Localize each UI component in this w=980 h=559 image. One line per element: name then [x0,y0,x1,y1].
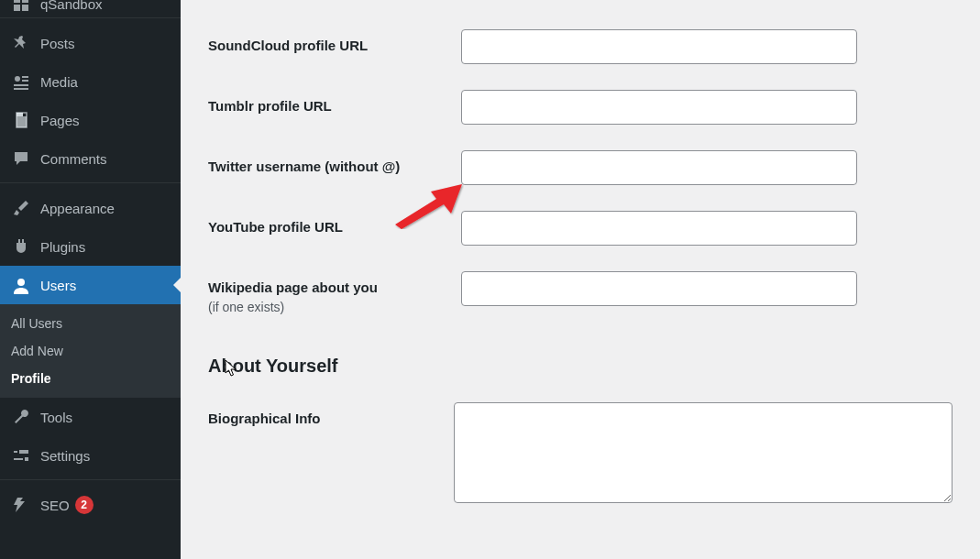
comment-icon [11,148,31,169]
sidebar-item-label: Posts [40,36,75,51]
seo-icon [11,495,31,515]
submenu-label: All Users [11,316,62,331]
dashboard-icon [11,0,31,13]
sidebar-item-comments[interactable]: Comments [0,139,181,178]
sidebar-item-appearance[interactable]: Appearance [0,189,181,227]
submenu-all-users[interactable]: All Users [0,310,181,337]
sidebar-item-users[interactable]: Users [0,266,181,304]
form-row-bio: Biographical Info [208,402,952,503]
wrench-icon [11,407,31,427]
sidebar-item-seo[interactable]: SEO 2 [0,486,181,524]
media-icon [11,71,31,92]
sidebar-item-label: Settings [40,448,90,464]
pin-icon [11,33,31,53]
sidebar-separator [0,475,181,480]
submenu-add-new[interactable]: Add New [0,337,181,365]
wikipedia-sublabel: (if one exists) [208,299,461,315]
soundcloud-label: SoundCloud profile URL [208,29,461,55]
form-row-wikipedia: Wikipedia page about you (if one exists) [208,271,952,315]
sidebar-item-label: Users [40,278,76,293]
wikipedia-input[interactable] [461,271,857,306]
sidebar-separator [0,178,181,183]
sidebar-item-settings[interactable]: Settings [0,436,181,475]
sidebar-item-label: Pages [40,113,80,128]
sliders-icon [11,445,31,466]
youtube-input[interactable] [461,211,857,246]
svg-rect-0 [14,0,20,3]
users-submenu: All Users Add New Profile [0,304,181,398]
sidebar-item-label: Plugins [40,239,85,255]
sidebar-item-posts[interactable]: Posts [0,24,181,62]
seo-badge: 2 [75,496,94,514]
submenu-label: Add New [11,344,63,358]
sidebar-separator [0,13,181,18]
bio-label: Biographical Info [208,402,454,428]
plug-icon [11,236,31,257]
sidebar-item-label: Media [40,74,78,90]
brush-icon [11,198,31,218]
soundcloud-input[interactable] [461,29,857,64]
youtube-label: YouTube profile URL [208,211,461,236]
svg-rect-6 [17,113,23,116]
svg-rect-1 [22,0,28,3]
main-content: SoundCloud profile URL Tumblr profile UR… [181,0,980,559]
svg-rect-2 [14,5,20,11]
pages-icon [11,110,31,130]
twitter-input[interactable] [461,150,857,185]
sidebar-item-qsandbox[interactable]: qSandbox [0,0,181,13]
sidebar-item-label: Tools [40,410,72,425]
form-row-tumblr: Tumblr profile URL [208,90,952,125]
about-yourself-heading: About Yourself [208,356,952,377]
sidebar-item-media[interactable]: Media [0,62,181,101]
svg-point-4 [15,76,20,82]
sidebar-item-plugins[interactable]: Plugins [0,227,181,266]
sidebar-item-label: SEO [40,498,70,513]
admin-sidebar: qSandbox Posts Media Pages Comments Appe… [0,0,181,559]
submenu-profile[interactable]: Profile [0,365,181,392]
svg-rect-3 [22,5,28,11]
user-icon [11,275,31,295]
form-row-twitter: Twitter username (without @) [208,150,952,185]
wikipedia-label-text: Wikipedia page about you [208,280,378,295]
svg-point-7 [17,279,25,286]
form-row-youtube: YouTube profile URL [208,211,952,246]
submenu-label: Profile [11,371,51,386]
form-row-soundcloud: SoundCloud profile URL [208,29,952,64]
sidebar-item-label: Appearance [40,201,115,216]
bio-textarea[interactable] [454,402,952,503]
twitter-label: Twitter username (without @) [208,150,461,176]
sidebar-item-tools[interactable]: Tools [0,398,181,436]
wikipedia-label: Wikipedia page about you (if one exists) [208,271,461,315]
sidebar-item-label: Comments [40,151,107,167]
tumblr-input[interactable] [461,90,857,125]
sidebar-item-label: qSandbox [40,0,103,12]
sidebar-item-pages[interactable]: Pages [0,101,181,139]
tumblr-label: Tumblr profile URL [208,90,461,115]
